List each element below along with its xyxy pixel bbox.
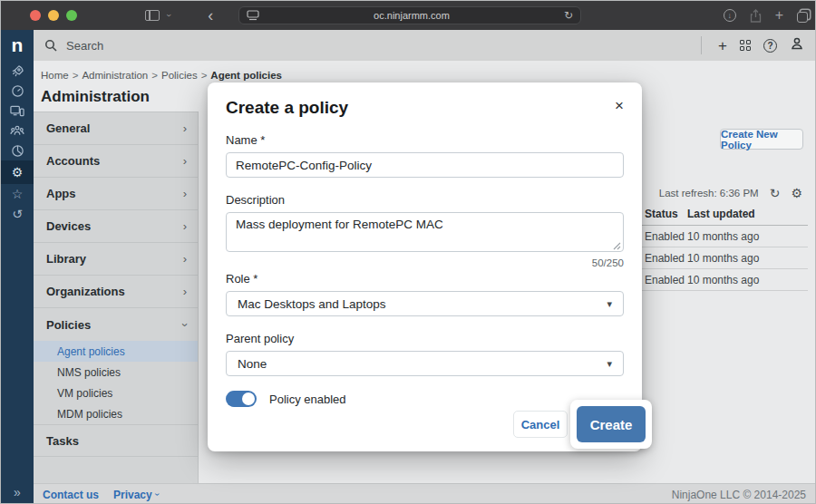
description-label: Description [226, 193, 624, 207]
table-row[interactable]: Enabled 10 months ago [627, 226, 808, 247]
sidebar-item-accounts[interactable]: Accounts› [34, 145, 198, 178]
character-counter: 50/250 [226, 257, 624, 268]
administration-sidebar: General› Accounts› Apps› Devices› Librar… [34, 111, 199, 483]
breadcrumb: Home>Administration>Policies>Agent polic… [41, 70, 282, 81]
resize-handle-icon[interactable] [613, 242, 621, 250]
search-icon [44, 39, 57, 52]
search-input[interactable] [66, 39, 338, 53]
devices-icon[interactable] [1, 101, 34, 121]
policy-enabled-toggle[interactable] [226, 391, 257, 407]
zoom-window-button[interactable] [66, 10, 77, 21]
role-selected-value: Mac Desktops and Laptops [238, 297, 386, 311]
policies-table: Status Last updated Enabled 10 months ag… [627, 208, 808, 291]
page-footer: Contact us Privacy › NinjaOne LLC © 2014… [34, 483, 816, 504]
chevron-right-icon: › [183, 252, 187, 266]
sidebar-item-devices[interactable]: Devices› [34, 210, 198, 243]
breadcrumb-administration[interactable]: Administration [82, 70, 148, 81]
help-icon[interactable]: ? [763, 39, 777, 53]
create-new-policy-button[interactable]: Create New Policy [720, 129, 803, 150]
role-select[interactable]: Mac Desktops and Laptops ▾ [226, 291, 624, 316]
sidebar-subitem-agent-policies[interactable]: Agent policies [34, 341, 198, 362]
sidebar-item-library[interactable]: Library› [34, 243, 198, 276]
chevron-right-icon: › [183, 187, 187, 200]
quick-add-plus-icon[interactable]: + [718, 38, 727, 53]
sidebar-subitem-nms-policies[interactable]: NMS policies [34, 362, 198, 383]
page-title: Administration [41, 88, 150, 106]
ninjaone-logo: n [12, 30, 24, 61]
policy-name-input[interactable] [226, 152, 624, 178]
chevron-right-icon: › [183, 121, 187, 135]
breadcrumb-agent-policies: Agent policies [210, 70, 282, 81]
chevron-right-icon: › [183, 285, 187, 298]
parent-policy-select[interactable]: None ▾ [226, 351, 624, 376]
left-icon-rail: n ⚙ ☆ ↺ » [1, 30, 34, 504]
policy-description-textarea[interactable]: Mass deployment for RemotePC MAC [226, 212, 624, 252]
back-button[interactable]: ‹ [208, 7, 213, 24]
close-icon[interactable]: × [615, 98, 624, 113]
cancel-button[interactable]: Cancel [513, 411, 568, 438]
modal-title: Create a policy [226, 98, 624, 118]
table-header-row: Status Last updated [627, 208, 808, 226]
create-button[interactable]: Create [577, 406, 646, 442]
close-window-button[interactable] [30, 10, 41, 21]
create-button-highlight: Create [570, 400, 652, 449]
app-header: + ? [34, 30, 816, 61]
sidebar-item-organizations[interactable]: Organizations› [34, 276, 198, 308]
sidebar-subitem-vm-policies[interactable]: VM policies [34, 383, 198, 403]
reporting-pie-icon[interactable] [1, 141, 34, 160]
column-header-last-updated[interactable]: Last updated [687, 208, 808, 225]
parent-policy-selected-value: None [238, 357, 267, 371]
downloads-icon[interactable]: ↓ [724, 9, 736, 22]
role-label: Role * [226, 272, 624, 286]
breadcrumb-policies[interactable]: Policies [161, 70, 198, 81]
address-bar[interactable]: oc.ninjarmm.com ↻ [238, 6, 581, 24]
policy-enabled-label: Policy enabled [269, 393, 346, 406]
dropdown-caret-icon: ▾ [607, 298, 612, 310]
chevron-down-icon[interactable]: › [164, 14, 173, 16]
refresh-icon[interactable]: ↻ [770, 186, 781, 200]
share-icon[interactable] [750, 9, 762, 23]
dropdown-caret-icon: ▾ [607, 358, 612, 370]
reload-icon[interactable]: ↻ [564, 9, 573, 22]
user-profile-icon[interactable] [790, 36, 804, 54]
last-refresh-text: Last refresh: 6:36 PM [659, 188, 759, 199]
tab-overview-icon[interactable] [797, 12, 808, 23]
table-row[interactable]: Enabled 10 months ago [627, 247, 808, 269]
url-text: oc.ninjarmm.com [259, 10, 564, 21]
sidebar-item-apps[interactable]: Apps› [34, 178, 198, 210]
chevron-right-icon: › [183, 154, 187, 168]
history-icon[interactable]: ↺ [1, 204, 34, 224]
contact-us-link[interactable]: Contact us [43, 489, 99, 501]
getting-started-rocket-icon[interactable] [1, 61, 34, 81]
chevron-down-icon: › [152, 493, 162, 496]
create-policy-modal: Create a policy × Name * Description Mas… [208, 82, 642, 451]
divider [701, 36, 702, 54]
table-toolbar: Last refresh: 6:36 PM ↻ ⚙ [659, 186, 802, 200]
parent-policy-label: Parent policy [226, 332, 624, 345]
breadcrumb-home[interactable]: Home [41, 70, 69, 81]
sidebar-subitem-mdm-policies[interactable]: MDM policies [34, 403, 198, 424]
sidebar-item-policies[interactable]: Policies› [34, 308, 198, 341]
name-label: Name * [226, 133, 624, 147]
expand-rail-icon[interactable]: » [14, 485, 21, 499]
privacy-link[interactable]: Privacy [113, 489, 152, 501]
table-row[interactable]: Enabled 10 months ago [627, 269, 808, 291]
dashboard-icon[interactable] [1, 81, 34, 101]
apps-grid-icon[interactable] [740, 40, 751, 51]
copyright-text: NinjaOne LLC © 2014-2025 [672, 489, 806, 501]
browser-sidebar-icon[interactable] [145, 10, 160, 21]
browser-chrome: › ‹ › oc.ninjarmm.com ↻ ↓ + [1, 1, 816, 30]
new-tab-icon[interactable]: + [775, 7, 783, 24]
chevron-down-icon: › [178, 323, 191, 326]
administration-gear-icon[interactable]: ⚙ [1, 160, 34, 184]
sidebar-item-general[interactable]: General› [34, 112, 198, 145]
window-controls [30, 10, 77, 21]
chevron-right-icon: › [183, 219, 187, 233]
minimize-window-button[interactable] [48, 10, 59, 21]
sidebar-item-tasks[interactable]: Tasks [34, 424, 198, 457]
organizations-people-icon[interactable] [1, 121, 34, 141]
table-settings-gear-icon[interactable]: ⚙ [791, 186, 802, 200]
favorites-star-icon[interactable]: ☆ [1, 184, 34, 204]
toggle-knob [242, 393, 255, 405]
page-settings-icon [247, 10, 259, 21]
